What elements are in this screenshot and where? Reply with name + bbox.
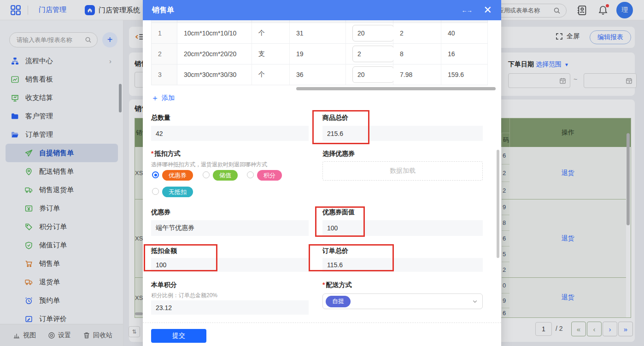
points-helper: 积分比例：订单总金额20% — [151, 292, 217, 299]
item-stock: 31 — [290, 23, 346, 44]
item-spec: 10cm*10cm*10/10 — [177, 23, 252, 44]
item-spec: 20cm*20cm*20/20 — [177, 44, 252, 65]
item-amount: 16 — [441, 44, 488, 65]
item-stock: 36 — [290, 65, 346, 85]
deduct-method-label: 抵扣方式 — [151, 150, 180, 158]
coupon-pill[interactable]: 优惠券 — [162, 170, 193, 181]
radio-points[interactable] — [247, 171, 254, 178]
no-deduct-pill[interactable]: 无抵扣 — [162, 187, 193, 197]
item-unit: 个 — [252, 23, 290, 44]
pickup-pill: 自提 — [326, 296, 351, 307]
plus-icon: ＋ — [151, 93, 159, 103]
qty-input[interactable] — [352, 66, 394, 83]
delivery-method-select[interactable]: 自提 — [322, 293, 483, 309]
app-root: 门店管理 门店管理系统 应用或表单名称 理 请输 — [0, 0, 644, 346]
submit-button[interactable]: 提交 — [151, 329, 206, 343]
item-unit: 个 — [252, 65, 290, 85]
chevron-down-icon — [472, 299, 478, 304]
item-price: 2 — [393, 23, 441, 44]
order-total-value: 115.6 — [322, 258, 483, 272]
total-qty-label: 总数量 — [151, 114, 170, 122]
item-stock: 19 — [290, 44, 346, 65]
modal-header: 销售单 ←→ ✕ — [143, 0, 501, 20]
close-icon[interactable]: ✕ — [484, 5, 492, 15]
expand-horizontal-icon[interactable]: ←→ — [462, 7, 472, 14]
item-unit: 支 — [252, 44, 290, 65]
qty-input[interactable] — [352, 25, 394, 41]
total-qty-value: 42 — [151, 126, 309, 141]
order-total-label: 订单总价 — [322, 247, 348, 255]
item-qty-cell — [346, 44, 393, 65]
item-amount: 40 — [441, 23, 488, 44]
radio-coupon[interactable] — [152, 171, 159, 178]
row-index: 2 — [152, 44, 177, 65]
coupon-face-label: 优惠券面值 — [322, 208, 355, 217]
sales-order-modal: 销售单 ←→ ✕ 1 10cm*10cm*10/10 个 31 2 40 2 2… — [143, 0, 501, 346]
item-qty-cell — [346, 23, 393, 44]
item-qty-cell — [346, 65, 393, 85]
row-index: 1 — [152, 23, 177, 44]
row-index: 3 — [152, 65, 177, 85]
stored-value-pill[interactable]: 储值 — [213, 170, 238, 181]
deduct-method-helper: 选择哪种抵扣方式，退货退款时则退回哪种方式 — [151, 161, 267, 169]
coupon-label: 优惠券 — [151, 208, 170, 217]
modal-title: 销售单 — [152, 6, 174, 15]
coupon-select-label: 选择优惠券 — [322, 150, 355, 158]
points-value: 23.12 — [151, 300, 309, 315]
goods-total-value: 215.6 — [322, 126, 483, 141]
table-hscrollbar[interactable] — [296, 87, 496, 90]
item-spec: 30cm*30cm*30/30 — [177, 65, 252, 85]
order-items-table: 1 10cm*10cm*10/10 个 31 2 40 2 20cm*20cm*… — [151, 20, 487, 85]
goods-total-label: 商品总价 — [322, 114, 348, 122]
add-item-link[interactable]: ＋ 添加 — [151, 93, 175, 103]
points-label: 本单积分 — [151, 281, 177, 289]
deduct-amount-label: 抵扣金额 — [151, 247, 177, 255]
modal-footer-divider — [143, 323, 501, 323]
points-pill[interactable]: 积分 — [257, 170, 282, 181]
item-price: 7.98 — [393, 65, 441, 85]
modal-scrollbar[interactable] — [497, 150, 499, 258]
coupon-value: 端午节优惠券 — [151, 220, 309, 236]
radio-stored-value[interactable] — [203, 171, 210, 178]
delivery-method-label: 配送方式 — [322, 281, 351, 289]
qty-input[interactable] — [352, 46, 394, 62]
deduct-amount-value: 100 — [151, 258, 309, 272]
coupon-select-box[interactable]: 数据加载 — [322, 161, 483, 181]
item-amount: 159.6 — [441, 65, 488, 85]
radio-no-deduct[interactable] — [152, 188, 159, 195]
item-price: 8 — [393, 44, 441, 65]
coupon-face-value: 100 — [322, 220, 483, 236]
